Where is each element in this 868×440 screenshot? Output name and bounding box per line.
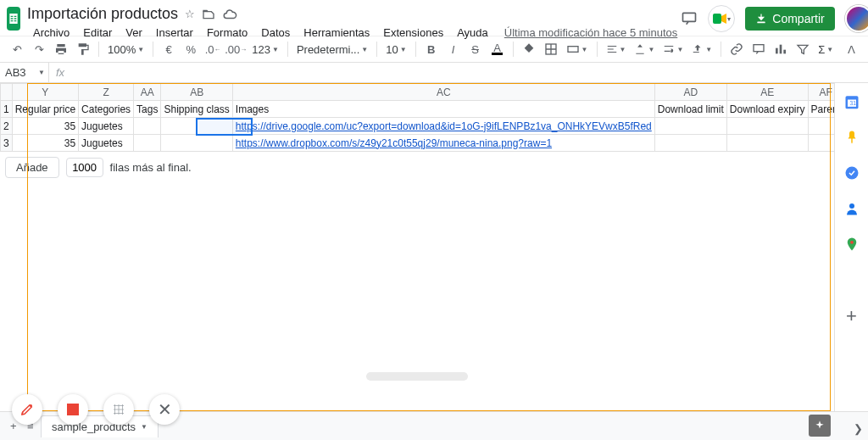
horizontal-scrollbar[interactable] bbox=[366, 372, 468, 381]
cell[interactable]: Juguetes bbox=[79, 118, 134, 135]
cell[interactable]: Regular price bbox=[12, 101, 78, 118]
insert-comment-button[interactable] bbox=[748, 39, 769, 59]
cell[interactable] bbox=[726, 135, 808, 152]
number-format-dropdown[interactable]: 123▼ bbox=[248, 43, 282, 56]
col-header-AF[interactable]: AF bbox=[808, 84, 834, 101]
text-color-button[interactable]: A bbox=[487, 39, 508, 59]
cell[interactable]: Images bbox=[232, 101, 654, 118]
menu-datos[interactable]: Datos bbox=[255, 25, 296, 41]
col-header-AB[interactable]: AB bbox=[161, 84, 232, 101]
text-wrap-dropdown[interactable]: ▼ bbox=[659, 43, 687, 55]
functions-dropdown[interactable]: Σ▼ bbox=[815, 43, 837, 56]
cell[interactable]: Juguetes bbox=[79, 135, 134, 152]
menu-ver[interactable]: Ver bbox=[120, 25, 148, 41]
account-avatar[interactable] bbox=[845, 5, 868, 32]
move-icon[interactable] bbox=[202, 8, 215, 21]
insert-link-button[interactable] bbox=[726, 39, 747, 59]
bold-button[interactable]: B bbox=[421, 39, 442, 59]
menu-herramientas[interactable]: Herramientas bbox=[298, 25, 376, 41]
cell[interactable]: https://drive.google.com/uc?export=downl… bbox=[232, 118, 654, 135]
cell[interactable]: Shipping class bbox=[161, 101, 232, 118]
col-header-AC[interactable]: AC bbox=[232, 84, 654, 101]
cell[interactable] bbox=[654, 118, 726, 135]
annotate-grid-button[interactable] bbox=[103, 394, 134, 425]
spreadsheet-grid[interactable]: YZAAABACADAEAFAGAH1Regular priceCategori… bbox=[0, 83, 834, 411]
zoom-dropdown[interactable]: 100%▼ bbox=[104, 43, 147, 56]
cell-link[interactable]: https://drive.google.com/uc?export=downl… bbox=[236, 120, 652, 132]
cell[interactable] bbox=[161, 118, 232, 135]
annotate-rect-button[interactable] bbox=[58, 394, 88, 425]
percent-button[interactable]: % bbox=[181, 39, 201, 59]
maps-icon[interactable] bbox=[843, 236, 860, 253]
cell[interactable]: https://www.dropbox.com/s/z49y21c0t55qj2… bbox=[232, 135, 654, 152]
text-rotation-dropdown[interactable]: ▼ bbox=[688, 43, 715, 55]
row-header-2[interactable]: 2 bbox=[1, 118, 13, 135]
cell[interactable]: 35 bbox=[12, 118, 78, 135]
title-bar: Importación productos ☆ Archivo Editar V… bbox=[0, 0, 868, 36]
svg-rect-4 bbox=[568, 47, 578, 53]
collapse-toolbar-button[interactable]: ᐱ bbox=[841, 39, 861, 59]
meet-button[interactable]: ▾ bbox=[708, 5, 735, 32]
cell[interactable]: Categories bbox=[79, 101, 134, 118]
cell[interactable]: Download expiry bbox=[726, 101, 808, 118]
cloud-status-icon[interactable] bbox=[222, 7, 237, 22]
redo-button[interactable]: ↷ bbox=[29, 39, 49, 59]
cell[interactable]: Parent bbox=[808, 101, 834, 118]
print-button[interactable] bbox=[51, 39, 71, 59]
vertical-align-dropdown[interactable]: ▼ bbox=[631, 43, 658, 55]
cell[interactable] bbox=[134, 118, 161, 135]
cell[interactable] bbox=[808, 135, 834, 152]
cell[interactable]: 35 bbox=[12, 135, 78, 152]
addons-plus-button[interactable]: + bbox=[846, 305, 857, 327]
merge-cells-dropdown[interactable]: ▼ bbox=[563, 42, 592, 56]
side-panel: 31 + bbox=[834, 83, 868, 411]
col-header-AD[interactable]: AD bbox=[654, 84, 726, 101]
font-family-dropdown[interactable]: Predetermi...▼ bbox=[293, 43, 371, 56]
col-header-AE[interactable]: AE bbox=[726, 84, 808, 101]
comments-icon[interactable] bbox=[681, 10, 698, 27]
sheets-logo[interactable] bbox=[7, 7, 20, 31]
insert-chart-button[interactable] bbox=[771, 39, 791, 59]
font-size-dropdown[interactable]: 10▼ bbox=[382, 43, 409, 56]
col-header-Z[interactable]: Z bbox=[79, 84, 134, 101]
filter-button[interactable] bbox=[793, 39, 813, 59]
star-icon[interactable]: ☆ bbox=[185, 8, 195, 20]
cell[interactable]: Tags bbox=[134, 101, 161, 118]
undo-button[interactable]: ↶ bbox=[7, 39, 27, 59]
col-header-Y[interactable]: Y bbox=[12, 84, 78, 101]
fill-color-button[interactable] bbox=[519, 39, 539, 59]
currency-button[interactable]: € bbox=[159, 39, 179, 59]
italic-button[interactable]: I bbox=[443, 39, 464, 59]
cell[interactable] bbox=[161, 135, 232, 152]
contacts-icon[interactable] bbox=[843, 200, 860, 217]
name-box[interactable]: AB3▼ bbox=[0, 63, 49, 82]
paint-format-button[interactable] bbox=[73, 39, 93, 59]
row-header-1[interactable]: 1 bbox=[1, 101, 13, 118]
horizontal-align-dropdown[interactable]: ▼ bbox=[603, 43, 630, 55]
col-header-AA[interactable]: AA bbox=[134, 84, 161, 101]
cell[interactable]: Download limit bbox=[654, 101, 726, 118]
row-header-3[interactable]: 3 bbox=[1, 135, 13, 152]
select-all-corner[interactable] bbox=[1, 84, 13, 101]
cell[interactable] bbox=[134, 135, 161, 152]
annotate-pen-button[interactable] bbox=[12, 394, 42, 425]
cell[interactable] bbox=[726, 118, 808, 135]
formula-input[interactable] bbox=[71, 63, 868, 82]
add-rows-count-input[interactable] bbox=[66, 158, 103, 177]
cell[interactable] bbox=[808, 118, 834, 135]
increase-decimal-button[interactable]: .00→ bbox=[225, 39, 247, 59]
document-title[interactable]: Importación productos bbox=[27, 5, 178, 23]
cell[interactable] bbox=[654, 135, 726, 152]
annotate-close-button[interactable]: ✕ bbox=[149, 394, 180, 425]
side-panel-toggle[interactable]: ❯ bbox=[854, 422, 863, 435]
tasks-icon[interactable] bbox=[843, 164, 860, 181]
share-button[interactable]: Compartir bbox=[745, 7, 834, 31]
keep-icon[interactable] bbox=[843, 129, 860, 146]
cell-link[interactable]: https://www.dropbox.com/s/z49y21c0t55qj2… bbox=[236, 137, 552, 149]
explore-button[interactable] bbox=[809, 415, 831, 437]
decrease-decimal-button[interactable]: .0← bbox=[203, 39, 223, 59]
strike-button[interactable]: S bbox=[465, 39, 486, 59]
add-rows-button[interactable]: Añade bbox=[5, 157, 59, 178]
calendar-icon[interactable]: 31 bbox=[843, 93, 860, 110]
borders-button[interactable] bbox=[541, 39, 561, 59]
